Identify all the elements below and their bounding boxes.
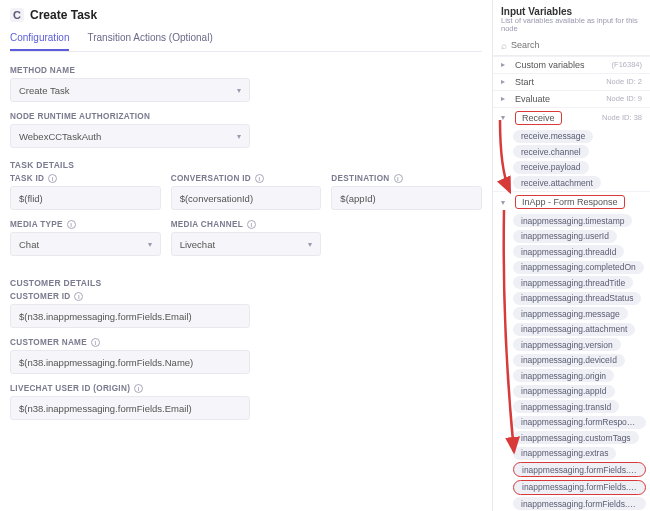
media-type-value: Chat (19, 239, 39, 250)
variable-chip[interactable]: inappmessaging.origin (513, 369, 614, 382)
info-icon: i (67, 220, 76, 229)
info-icon: i (74, 292, 83, 301)
inapp-chip-list: inappmessaging.timestampinappmessaging.u… (493, 212, 650, 511)
task-id-value: $(flid) (19, 193, 43, 204)
variable-chip[interactable]: receive.attachment (513, 176, 601, 189)
variable-chip[interactable]: inappmessaging.appId (513, 385, 615, 398)
info-icon: i (134, 384, 143, 393)
variable-search-input[interactable] (511, 40, 642, 50)
customer-id-label: CUSTOMER IDi (10, 292, 250, 301)
section-label: Evaluate (515, 94, 550, 104)
variable-chip[interactable]: inappmessaging.threadStatus (513, 292, 641, 305)
section-label: Custom variables (515, 60, 585, 70)
media-channel-value: Livechat (180, 239, 215, 250)
chevron-down-icon: ▾ (237, 86, 241, 95)
destination-label: DESTINATIONi (331, 174, 482, 183)
section-start[interactable]: ▸ Start Node ID: 2 (493, 73, 650, 90)
section-receive[interactable]: ▾ Receive Node ID: 38 (493, 107, 650, 128)
panel-header: C Create Task (10, 0, 482, 26)
chevron-down-icon: ▾ (237, 132, 241, 141)
variable-chip[interactable]: inappmessaging.threadId (513, 245, 624, 258)
variable-chip[interactable]: inappmessaging.version (513, 338, 621, 351)
variable-chip[interactable]: receive.channel (513, 145, 589, 158)
variable-chip[interactable]: inappmessaging.threadTitle (513, 276, 633, 289)
info-icon: i (394, 174, 403, 183)
search-icon: ⌕ (501, 40, 507, 51)
variable-chip[interactable]: inappmessaging.extras (513, 447, 616, 460)
variable-chip[interactable]: inappmessaging.customTags (513, 431, 639, 444)
section-meta: Node ID: 9 (606, 94, 642, 103)
section-meta: Node ID: 2 (606, 77, 642, 86)
variable-chip[interactable]: inappmessaging.completedOn (513, 261, 644, 274)
livechat-user-input[interactable]: $(n38.inappmessaging.formFields.Email) (10, 396, 250, 420)
conversation-id-input[interactable]: $(conversationId) (171, 186, 322, 210)
panel-title: Create Task (30, 8, 97, 22)
variable-chip[interactable]: inappmessaging.deviceId (513, 354, 625, 367)
conversation-id-label: CONVERSATION IDi (171, 174, 322, 183)
tabs: Configuration Transition Actions (Option… (10, 26, 482, 52)
section-label: Receive (515, 111, 562, 125)
chevron-right-icon: ▸ (501, 60, 509, 69)
chevron-down-icon: ▾ (501, 113, 509, 122)
runtime-auth-select[interactable]: WebexCCTaskAuth ▾ (10, 124, 250, 148)
variable-chip[interactable]: inappmessaging.attachment (513, 323, 635, 336)
task-id-label: TASK IDi (10, 174, 161, 183)
chevron-right-icon: ▸ (501, 94, 509, 103)
customer-name-label: CUSTOMER NAMEi (10, 338, 250, 347)
section-label: Start (515, 77, 534, 87)
variable-search[interactable]: ⌕ (493, 36, 650, 56)
variable-chip[interactable]: inappmessaging.formResponse (513, 416, 646, 429)
customer-id-input[interactable]: $(n38.inappmessaging.formFields.Email) (10, 304, 250, 328)
destination-value: $(appId) (340, 193, 375, 204)
media-channel-label: MEDIA CHANNELi (171, 220, 322, 229)
chevron-down-icon: ▾ (148, 240, 152, 249)
task-id-input[interactable]: $(flid) (10, 186, 161, 210)
variable-chip[interactable]: receive.message (513, 130, 593, 143)
customer-details-label: CUSTOMER DETAILS (10, 278, 482, 288)
section-custom-variables[interactable]: ▸ Custom variables (F16384) (493, 56, 650, 73)
info-icon: i (48, 174, 57, 183)
method-name-select[interactable]: Create Task ▾ (10, 78, 250, 102)
method-name-label: METHOD NAME (10, 66, 250, 75)
variable-chip[interactable]: receive.payload (513, 161, 589, 174)
info-icon: i (91, 338, 100, 347)
tab-transition-actions[interactable]: Transition Actions (Optional) (87, 26, 212, 51)
variable-chip[interactable]: inappmessaging.formFields.Name (513, 462, 646, 477)
node-icon: C (10, 8, 24, 22)
info-icon: i (247, 220, 256, 229)
chevron-down-icon: ▾ (308, 240, 312, 249)
destination-input[interactable]: $(appId) (331, 186, 482, 210)
customer-name-input[interactable]: $(n38.inappmessaging.formFields.Name) (10, 350, 250, 374)
variable-chip[interactable]: inappmessaging.userId (513, 230, 617, 243)
variable-chip[interactable]: inappmessaging.transId (513, 400, 619, 413)
livechat-user-value: $(n38.inappmessaging.formFields.Email) (19, 403, 192, 414)
media-channel-select[interactable]: Livechat ▾ (171, 232, 322, 256)
section-label: InApp - Form Response (515, 195, 625, 209)
config-panel: C Create Task Configuration Transition A… (0, 0, 492, 511)
runtime-auth-label: NODE RUNTIME AUTHORIZATION (10, 112, 250, 121)
variable-chip[interactable]: inappmessaging.formFields.PhoneNumber (513, 497, 646, 510)
input-variables-panel: Input Variables List of variables availa… (492, 0, 650, 511)
section-inapp-form-response[interactable]: ▾ InApp - Form Response (493, 191, 650, 212)
info-icon: i (255, 174, 264, 183)
livechat-user-label: LIVECHAT USER ID (ORIGIN)i (10, 384, 250, 393)
customer-name-value: $(n38.inappmessaging.formFields.Name) (19, 357, 193, 368)
input-variables-header: Input Variables List of variables availa… (493, 0, 650, 36)
variable-chip[interactable]: inappmessaging.formFields.Email (513, 480, 646, 495)
chevron-right-icon: ▸ (501, 77, 509, 86)
customer-id-value: $(n38.inappmessaging.formFields.Email) (19, 311, 192, 322)
tab-configuration[interactable]: Configuration (10, 26, 69, 51)
media-type-select[interactable]: Chat ▾ (10, 232, 161, 256)
chevron-down-icon: ▾ (501, 198, 509, 207)
task-details-label: TASK DETAILS (10, 160, 482, 170)
media-type-label: MEDIA TYPEi (10, 220, 161, 229)
conversation-id-value: $(conversationId) (180, 193, 253, 204)
section-evaluate[interactable]: ▸ Evaluate Node ID: 9 (493, 90, 650, 107)
variable-chip[interactable]: inappmessaging.message (513, 307, 628, 320)
section-meta: Node ID: 38 (602, 113, 642, 122)
method-name-value: Create Task (19, 85, 70, 96)
input-variables-subtitle: List of variables available as input for… (501, 17, 642, 34)
runtime-auth-value: WebexCCTaskAuth (19, 131, 101, 142)
variable-chip[interactable]: inappmessaging.timestamp (513, 214, 632, 227)
section-meta: (F16384) (612, 60, 642, 69)
